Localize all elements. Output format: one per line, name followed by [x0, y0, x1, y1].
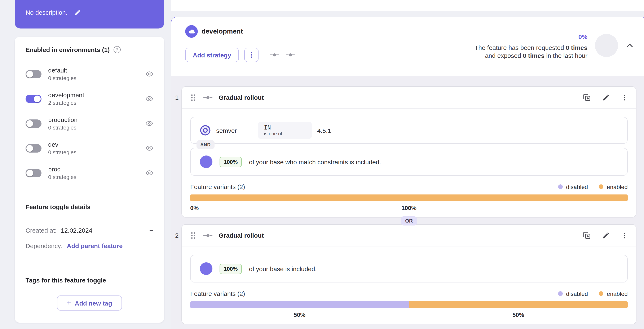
edit-strategy-icon[interactable]	[602, 231, 610, 239]
environment-info: prod 0 strategies	[48, 165, 76, 181]
variant-bar-label: 50%	[294, 312, 306, 318]
created-at-label: Created at:	[26, 226, 56, 234]
environment-toggle[interactable]	[26, 144, 42, 152]
environment-name: prod	[48, 165, 76, 174]
legend-dot	[558, 184, 563, 189]
cloud-environment-icon	[185, 25, 198, 38]
variant-segment-disabled	[190, 301, 409, 308]
variant-bar-label: 100%	[402, 204, 416, 211]
operator-caption: is one of	[264, 131, 306, 136]
toggle-knob	[26, 170, 33, 176]
variants-label: Feature variants (2)	[190, 290, 245, 297]
variant-legend-disabled: disabled	[558, 290, 588, 297]
legend-label: disabled	[566, 183, 588, 190]
plus-icon: +	[67, 299, 71, 307]
environment-toggle[interactable]	[26, 70, 42, 78]
environment-name: default	[48, 66, 76, 74]
or-row: OR	[182, 218, 636, 224]
feature-details-section: Feature toggle details Created at: 12.02…	[15, 193, 164, 249]
drag-handle-icon[interactable]	[190, 231, 197, 240]
environment-toggle[interactable]	[26, 119, 42, 128]
joiner-row: AND	[190, 144, 628, 148]
edit-description-icon[interactable]	[74, 9, 81, 16]
legend-label: enabled	[607, 183, 628, 190]
strategy-actions	[582, 93, 628, 102]
toggle-knob	[26, 70, 33, 77]
top-strip	[171, 0, 644, 11]
environment-toggle[interactable]	[26, 94, 42, 103]
add-new-tag-button[interactable]: + Add new tag	[57, 296, 122, 310]
and-chip: AND	[196, 140, 214, 149]
drag-handle-icon[interactable]	[190, 93, 197, 102]
eye-icon[interactable]	[146, 70, 153, 78]
environments-panel: Enabled in environments (1) ? default 0 …	[15, 37, 164, 323]
environment-menu-button[interactable]	[244, 48, 258, 62]
variant-legend-enabled: enabled	[599, 290, 628, 297]
rollout-percent-chip: 100%	[220, 156, 242, 167]
created-at-row: Created at: 12.02.2024 –	[26, 226, 153, 234]
strategy-title: Gradual rollout	[219, 94, 264, 101]
add-parent-feature-link[interactable]: Add parent feature	[67, 242, 123, 249]
strategy-card: Gradual rollout semver	[182, 86, 636, 218]
strategy-header: Gradual rollout	[182, 225, 636, 246]
add-new-tag-label: Add new tag	[75, 300, 112, 306]
rollout-strategy-icon	[286, 51, 295, 59]
strategy-menu-icon[interactable]	[621, 94, 628, 101]
collapse-environment-button[interactable]	[624, 40, 635, 51]
environment-toggle[interactable]	[26, 169, 42, 177]
description-card: No description.	[15, 0, 164, 28]
variants-label: Feature variants (2)	[190, 183, 245, 190]
eye-icon[interactable]	[146, 95, 153, 103]
rollout-percent-chip: 100%	[220, 264, 242, 274]
environments-title: Enabled in environments (1)	[26, 46, 110, 53]
variant-segment-enabled	[409, 301, 628, 308]
edit-strategy-icon[interactable]	[602, 94, 610, 102]
created-at-value: 12.02.2024	[61, 226, 92, 234]
copy-strategy-icon[interactable]	[582, 93, 591, 102]
tags-title: Tags for this feature toggle	[26, 276, 153, 284]
strategy-1: 1 Gradual rollout	[182, 86, 636, 218]
variant-bar-label: 0%	[190, 204, 198, 211]
add-strategy-button[interactable]: Add strategy	[185, 48, 238, 62]
variants-row: Feature variants (2) disabledenabled	[190, 183, 628, 190]
help-icon[interactable]: ?	[114, 46, 121, 53]
variants-row: Feature variants (2) disabledenabled	[190, 290, 628, 297]
constraint-value: 4.5.1	[317, 127, 331, 134]
strategy-title: Gradual rollout	[219, 232, 264, 239]
description-text: No description.	[26, 9, 68, 16]
strategy-menu-icon[interactable]	[621, 232, 628, 239]
environment-info: development 2 strategies	[48, 91, 84, 107]
rollout-strategy-icon	[270, 51, 279, 59]
strategy-card: Gradual rollout 100% of your	[182, 224, 636, 324]
tags-section: Tags for this feature toggle + Add new t…	[15, 264, 164, 310]
rollout-strategy-icon	[203, 233, 212, 238]
toggle-knob	[26, 120, 33, 127]
variant-bar-label: 50%	[512, 312, 524, 318]
or-chip: OR	[401, 216, 417, 226]
environment-row-development: development 2 strategies	[15, 86, 164, 111]
environment-header: development Add strategy 0% The feature …	[171, 17, 644, 76]
copy-strategy-icon[interactable]	[582, 231, 591, 240]
rollout-icon	[200, 156, 212, 168]
environment-title: development	[202, 28, 243, 35]
environment-strategy-count: 0 strategies	[48, 174, 76, 181]
environment-info: default 0 strategies	[48, 66, 76, 82]
variants-legend: disabledenabled	[558, 183, 628, 190]
environment-info: production 0 strategies	[48, 116, 78, 132]
environment-strategy-count: 2 strategies	[48, 99, 84, 107]
eye-icon[interactable]	[146, 169, 153, 177]
divider	[178, 4, 637, 4]
eye-icon[interactable]	[146, 144, 153, 152]
eye-icon[interactable]	[146, 120, 153, 128]
strategy-preview-icons	[270, 51, 295, 59]
environment-strategies-card: development Add strategy 0% The feature …	[171, 17, 644, 329]
environment-info: dev 0 strategies	[48, 140, 76, 156]
collapse-details-button[interactable]: –	[150, 226, 153, 234]
strategy-2: 2 Gradual rollout	[182, 224, 636, 324]
exposure-percent: 0%	[578, 33, 588, 40]
variants-bar	[190, 194, 628, 201]
rollout-icon	[200, 262, 212, 275]
dependency-label: Dependency:	[26, 242, 63, 249]
variant-legend-disabled: disabled	[558, 183, 588, 190]
constraint-icon	[200, 125, 211, 136]
